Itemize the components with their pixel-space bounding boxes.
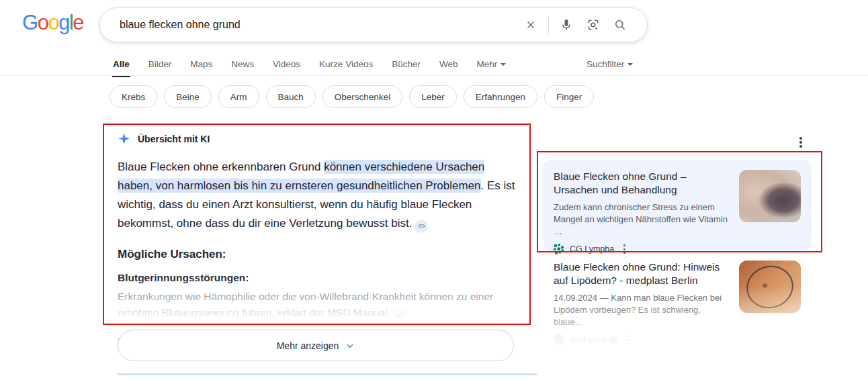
source-name: med-plast.de <box>570 335 618 344</box>
source-link-icon[interactable] <box>415 220 428 233</box>
source-favicon <box>554 244 564 254</box>
chip-beine[interactable]: Beine <box>164 85 212 108</box>
header-divider <box>0 75 868 76</box>
tab-alle[interactable]: Alle <box>113 59 130 77</box>
logo-letter: o <box>48 11 58 34</box>
logo-letter: o <box>38 11 48 34</box>
chevron-down-icon <box>501 63 506 66</box>
chip-arm[interactable]: Arm <box>218 85 259 108</box>
result-tabs: Alle Bilder Maps News Videos Kurze Video… <box>113 59 506 77</box>
show-more-button[interactable]: Mehr anzeigen <box>118 330 514 361</box>
logo-letter: g <box>58 11 69 34</box>
tab-videos[interactable]: Videos <box>273 59 300 77</box>
result-snippet: Zudem kann chronischer Stress zu einem M… <box>554 201 731 238</box>
search-icon[interactable] <box>612 17 628 33</box>
tab-mehr[interactable]: Mehr <box>476 59 506 77</box>
annotation-ellipse <box>742 260 797 313</box>
source-name: CG Lympha <box>570 244 614 254</box>
source-link-icon[interactable] <box>393 309 406 322</box>
lens-icon[interactable] <box>585 17 601 33</box>
ai-overview-intro: Blaue Flecken ohne erkennbaren Grund kön… <box>118 158 515 233</box>
logo-letter: G <box>22 11 38 34</box>
sidebar-card[interactable]: Blaue Flecken ohne Grund – Ursachen und … <box>543 160 812 251</box>
ai-sub-heading: Blutgerinnungsstörungen: <box>118 272 515 284</box>
tab-buecher[interactable]: Bücher <box>392 59 421 77</box>
google-logo[interactable]: Google <box>22 11 83 35</box>
ai-overview: Übersicht mit KI Blaue Flecken ohne erke… <box>118 132 515 348</box>
chip-oberschenkel[interactable]: Oberschenkel <box>322 85 402 108</box>
chip-erfahrungen[interactable]: Erfahrungen <box>464 85 537 108</box>
mic-icon[interactable] <box>558 17 574 33</box>
tab-web[interactable]: Web <box>439 59 458 77</box>
sidebar-overflow-menu-icon[interactable] <box>799 137 802 148</box>
ai-sparkle-icon <box>118 132 130 145</box>
result-thumbnail[interactable] <box>739 260 801 313</box>
ai-section-heading: Mögliche Ursachen: <box>118 248 515 261</box>
chevron-down-icon <box>345 341 355 350</box>
clear-icon[interactable] <box>523 17 539 33</box>
search-filter-menu[interactable]: Suchfilter <box>587 59 633 69</box>
refinement-chips: Krebs Beine Arm Bauch Oberschenkel Leber… <box>110 85 594 108</box>
tab-kurze-videos[interactable]: Kurze Videos <box>319 59 373 77</box>
ai-sub-text: Erkrankungen wie Hämophilie oder die von… <box>118 289 515 322</box>
chevron-down-icon <box>627 63 633 66</box>
search-bar[interactable] <box>99 7 648 42</box>
result-title[interactable]: Blaue Flecken ohne Grund: Hinweis auf Li… <box>554 260 731 287</box>
chip-krebs[interactable]: Krebs <box>110 85 157 108</box>
search-divider <box>548 16 549 34</box>
result-menu-icon[interactable] <box>623 244 625 254</box>
result-thumbnail[interactable] <box>739 170 801 222</box>
chip-leber[interactable]: Leber <box>409 85 457 108</box>
ai-overview-title: Übersicht mit KI <box>138 134 210 144</box>
result-title[interactable]: Blaue Flecken ohne Grund – Ursachen und … <box>554 170 731 197</box>
section-divider <box>118 373 551 375</box>
logo-letter: e <box>73 11 83 34</box>
chip-finger[interactable]: Finger <box>544 85 594 108</box>
search-input[interactable] <box>118 18 517 32</box>
chip-bauch[interactable]: Bauch <box>266 85 316 108</box>
result-snippet: 14.09.2024 — Kann man blaue Flecken bei … <box>554 292 731 328</box>
tab-maps[interactable]: Maps <box>190 59 212 77</box>
sidebar-card[interactable]: Blaue Flecken ohne Grund: Hinweis auf Li… <box>543 258 812 348</box>
tab-news[interactable]: News <box>231 59 254 77</box>
source-favicon <box>554 334 564 345</box>
result-menu-icon[interactable] <box>627 335 630 344</box>
tab-bilder[interactable]: Bilder <box>148 59 172 77</box>
